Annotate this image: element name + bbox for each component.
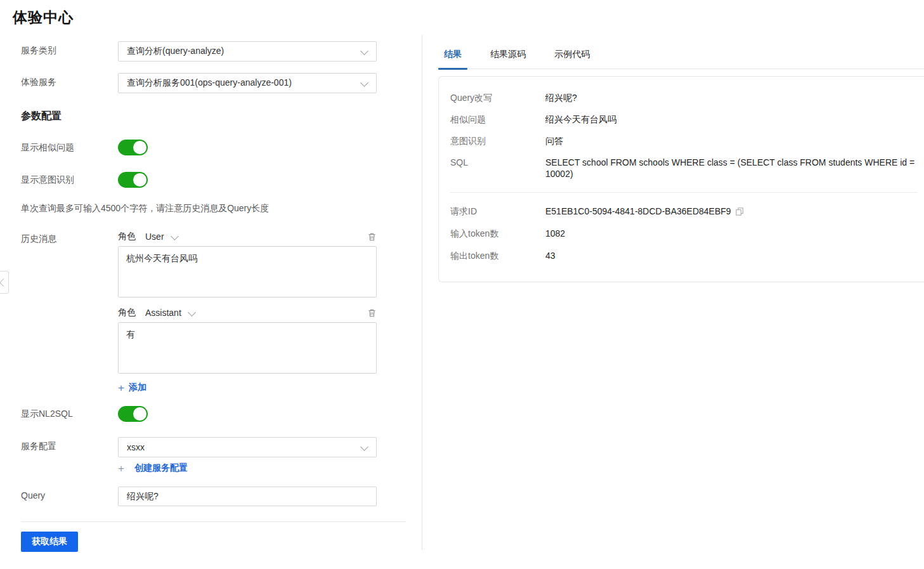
meta-row-input-tokens: 输入token数 1082: [450, 228, 918, 239]
collapse-panel-button[interactable]: [0, 271, 9, 294]
role-select-user[interactable]: User: [145, 232, 178, 242]
chevron-down-icon: [171, 232, 179, 240]
show-similar-toggle[interactable]: [118, 140, 148, 155]
show-intent-label: 显示意图识别: [21, 171, 118, 188]
result-label: SQL: [450, 157, 545, 180]
main-layout: 服务类别 查询分析(query-analyze) 体验服务 查询分析服务001(…: [0, 35, 924, 550]
page-title: 体验中心: [0, 0, 924, 27]
result-label: 意图识别: [450, 135, 545, 147]
chevron-down-icon: [188, 308, 196, 317]
meta-row-request-id: 请求ID E51EB1C0-5094-4841-8DCD-BA36ED84EBF…: [450, 206, 918, 217]
add-message-link[interactable]: + 添加: [118, 382, 377, 393]
service-config-row: 服务配置 xsxx: [21, 437, 406, 457]
query-label: Query: [21, 487, 118, 506]
add-message-label: 添加: [129, 382, 146, 393]
result-card: Query改写 绍兴呢? 相似问题 绍兴今天有台风吗 意图识别 问答 SQL S…: [438, 76, 924, 282]
copy-icon: [736, 207, 744, 216]
history-messages-row: 历史消息 角色 User: [21, 230, 406, 393]
chevron-down-icon: [360, 47, 368, 55]
chevron-down-icon: [360, 79, 368, 87]
history-message-0: 角色 User 杭州今天有台风吗: [118, 230, 377, 298]
request-id-value: E51EB1C0-5094-4841-8DCD-BA36ED84EBF9: [545, 206, 731, 217]
config-form: 服务类别 查询分析(query-analyze) 体验服务 查询分析服务001(…: [0, 35, 422, 550]
toggle-knob: [133, 173, 146, 186]
trash-icon: [367, 308, 377, 318]
show-intent-row: 显示意图识别: [21, 171, 406, 188]
meta-label: 输出token数: [450, 250, 545, 261]
result-row-sql: SQL SELECT school FROM schools WHERE cla…: [450, 157, 918, 180]
form-divider: [21, 521, 406, 522]
create-service-config-label: 创建服务配置: [134, 462, 188, 474]
chevron-down-icon: [360, 443, 368, 451]
service-category-label: 服务类别: [21, 41, 118, 62]
service-category-select[interactable]: 查询分析(query-analyze): [118, 41, 377, 62]
meta-row-output-tokens: 输出token数 43: [450, 250, 918, 261]
result-value: 绍兴呢?: [545, 92, 577, 103]
service-config-select[interactable]: xsxx: [118, 437, 377, 457]
experience-service-select[interactable]: 查询分析服务001(ops-query-analyze-001): [118, 73, 377, 93]
show-nl2sql-row: 显示NL2SQL: [21, 405, 406, 422]
show-nl2sql-toggle[interactable]: [118, 406, 148, 422]
card-divider: [450, 192, 918, 193]
show-similar-row: 显示相似问题: [21, 138, 406, 155]
role-label: 角色: [118, 231, 136, 242]
plus-icon: +: [118, 463, 124, 474]
delete-message-button[interactable]: [367, 232, 377, 242]
tab-sample-code[interactable]: 示例代码: [549, 48, 595, 69]
delete-message-button[interactable]: [367, 308, 377, 318]
chevron-left-icon: [0, 278, 8, 287]
result-value: 绍兴今天有台风吗: [545, 114, 616, 125]
service-category-row: 服务类别 查询分析(query-analyze): [21, 41, 406, 62]
query-length-note: 单次查询最多可输入4500个字符，请注意历史消息及Query长度: [21, 203, 406, 214]
history-message-content[interactable]: 有: [118, 322, 377, 374]
plus-icon: +: [118, 383, 124, 393]
params-section-heading: 参数配置: [21, 110, 406, 123]
role-select-value: User: [145, 232, 164, 242]
result-value: 问答: [545, 135, 563, 147]
meta-label: 输入token数: [450, 228, 545, 239]
create-service-config-link[interactable]: + 创建服务配置: [118, 462, 377, 474]
experience-service-row: 体验服务 查询分析服务001(ops-query-analyze-001): [21, 73, 406, 93]
result-value: SELECT school FROM schools WHERE class =…: [545, 157, 918, 180]
show-similar-label: 显示相似问题: [21, 138, 118, 155]
service-config-label: 服务配置: [21, 437, 118, 457]
service-config-value: xsxx: [127, 442, 145, 452]
output-tokens-value: 43: [545, 250, 556, 261]
tab-result[interactable]: 结果: [438, 48, 467, 69]
role-label: 角色: [118, 307, 136, 318]
results-tabs: 结果 结果源码 示例代码: [438, 35, 924, 69]
experience-service-label: 体验服务: [21, 73, 118, 93]
role-select-assistant[interactable]: Assistant: [145, 308, 195, 318]
result-row-similar-question: 相似问题 绍兴今天有台风吗: [450, 114, 918, 125]
toggle-knob: [133, 141, 146, 154]
experience-service-value: 查询分析服务001(ops-query-analyze-001): [127, 77, 292, 89]
result-row-intent: 意图识别 问答: [450, 135, 918, 147]
show-intent-toggle[interactable]: [118, 172, 148, 188]
role-select-value: Assistant: [145, 308, 181, 318]
history-message-content[interactable]: 杭州今天有台风吗: [118, 246, 377, 298]
trash-icon: [367, 232, 377, 242]
copy-request-id-button[interactable]: [736, 207, 744, 216]
tab-result-source[interactable]: 结果源码: [485, 48, 531, 69]
get-result-button[interactable]: 获取结果: [21, 532, 78, 552]
query-row: Query: [21, 487, 406, 506]
toggle-knob: [133, 407, 146, 421]
results-panel: 结果 结果源码 示例代码 Query改写 绍兴呢? 相似问题 绍兴今天有台风吗 …: [422, 35, 924, 550]
meta-label: 请求ID: [450, 206, 545, 217]
result-label: Query改写: [450, 92, 545, 103]
service-category-value: 查询分析(query-analyze): [127, 46, 224, 57]
query-input[interactable]: [118, 487, 377, 506]
show-nl2sql-label: 显示NL2SQL: [21, 405, 118, 422]
result-row-query-rewrite: Query改写 绍兴呢?: [450, 92, 918, 103]
history-message-1: 角色 Assistant 有: [118, 306, 377, 374]
input-tokens-value: 1082: [545, 228, 565, 239]
create-service-config-row: + 创建服务配置: [21, 460, 406, 474]
result-label: 相似问题: [450, 114, 545, 125]
history-messages-label: 历史消息: [21, 230, 118, 393]
